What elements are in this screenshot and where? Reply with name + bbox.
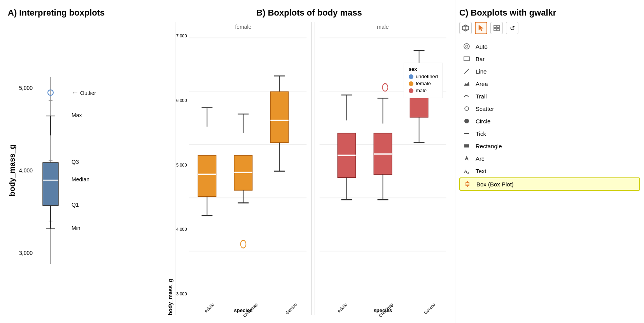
menu-label-trail: Trail [476,93,487,100]
b-legend-title: sex [409,66,438,72]
svg-point-30 [241,240,246,248]
menu-label-line: Line [476,68,486,75]
menu-label-bar: Bar [476,56,485,62]
panel-a-title: A) Interpreting boxplots [8,8,159,18]
menu-item-box[interactable]: Box (Box Plot) [459,177,640,191]
menu-item-scatter[interactable]: Scatter [459,103,640,114]
menu-label-text: Text [476,168,486,174]
panel-b-title: B) Boxplots of body mass [167,8,451,18]
c-toolbar: ↺ [459,22,640,34]
reset-icon: ↺ [510,25,515,32]
menu-label-area: Area [476,81,488,87]
facet-male-title: male [315,22,451,32]
svg-rect-20 [198,155,216,197]
svg-text:▲: ▲ [467,171,470,174]
svg-rect-33 [270,92,289,142]
circle-icon [462,118,471,125]
bar-icon [462,55,471,62]
b-legend-female: female [409,81,438,86]
box-icon [463,181,472,188]
svg-line-72 [464,69,469,74]
menu-label-box: Box (Box Plot) [476,181,514,188]
svg-rect-67 [494,28,496,31]
menu-item-tick[interactable]: Tick [459,128,640,139]
svg-rect-65 [494,25,496,28]
annotation-min: Min [72,225,80,231]
svg-point-69 [464,44,469,49]
auto-icon [462,43,471,50]
svg-point-73 [465,107,469,111]
female-boxplot-svg [175,32,311,298]
ytick-5000: 5,000 [19,85,33,91]
area-icon [462,80,471,87]
arc-icon [462,155,471,162]
menu-label-tick: Tick [476,130,486,137]
trail-icon [462,93,471,100]
menu-item-bar[interactable]: Bar [459,53,640,65]
boxplot-a-svg [35,77,66,264]
b-legend: sex undefined female male [404,63,443,98]
svg-rect-7 [43,163,58,205]
b-legend-male: male [409,88,438,93]
menu-item-auto[interactable]: Auto [459,40,640,52]
menu-label-scatter: Scatter [476,105,494,112]
menu-item-area[interactable]: Area [459,78,640,90]
ytick-4000: 4,000 [19,167,33,174]
scatter-icon [462,105,471,112]
svg-rect-76 [464,144,469,147]
toolbar-cube-btn[interactable] [459,22,472,34]
panel-c-title: C) Boxplots with gwalkr [459,8,640,18]
annotation-max: Max [72,112,82,118]
annotation-median: Median [72,176,89,183]
facet-female-title: female [175,22,311,32]
svg-rect-71 [464,57,469,61]
menu-item-trail[interactable]: Trail [459,90,640,102]
menu-item-text[interactable]: A ▲ Text [459,165,640,177]
svg-rect-68 [497,28,499,31]
line-icon [462,68,471,75]
menu-item-arc[interactable]: Arc [459,153,640,164]
menu-item-rectangle[interactable]: Rectangle [459,140,640,152]
svg-point-54 [382,84,388,91]
b-legend-undefined: undefined [409,74,438,79]
menu-label-rectangle: Rectangle [476,143,502,149]
menu-label-auto: Auto [476,43,488,50]
svg-rect-66 [497,25,499,28]
menu-item-circle[interactable]: Circle [459,115,640,127]
menu-label-arc: Arc [476,155,485,162]
rectangle-icon [462,142,471,149]
svg-point-70 [466,45,468,47]
layers-icon [493,24,500,32]
ytick-3000: 3,000 [19,250,33,256]
menu-label-circle: Circle [476,118,490,125]
annotation-q3: Q3 [72,159,79,165]
toolbar-reset-btn[interactable]: ↺ [506,22,518,34]
c-menu: Auto Bar Line Area Trail [459,40,640,191]
annotation-outlier: Outlier [80,90,96,96]
toolbar-cursor-btn[interactable] [475,22,487,34]
panel-c: C) Boxplots with gwalkr ↺ [455,0,644,323]
tick-icon [462,130,471,137]
cube-icon [462,24,469,32]
svg-point-74 [464,119,469,123]
text-icon: A ▲ [462,167,471,174]
toolbar-layers-btn[interactable] [490,22,503,34]
panel-a: A) Interpreting boxplots body_mass_g 5,0… [0,0,163,323]
cursor-icon [477,24,485,32]
menu-item-line[interactable]: Line [459,65,640,77]
panel-b: B) Boxplots of body mass body_mass_g fem… [163,0,455,323]
panel-a-y-label: body_mass_g [8,144,17,196]
annotation-q1: Q1 [72,202,79,208]
panel-b-y-label: body_mass_g [167,22,173,315]
